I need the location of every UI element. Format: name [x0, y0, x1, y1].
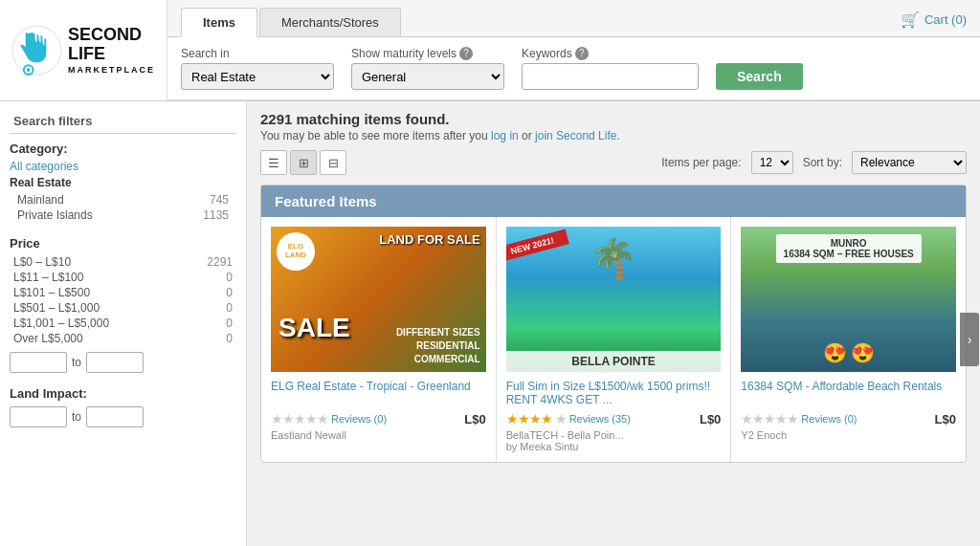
item-2-by: by Meeka Sintu	[506, 441, 722, 452]
elg-logo: ELGLAND	[285, 243, 306, 260]
subcategory-mainland-count: 745	[210, 193, 229, 207]
per-page-label: Items per page:	[661, 156, 741, 169]
tab-items[interactable]: Items	[181, 8, 257, 37]
land-impact-to-label: to	[72, 410, 81, 424]
search-in-group: Search in Real Estate All Categories App…	[181, 47, 334, 90]
featured-header: Featured Items	[261, 186, 966, 217]
subcategory-private-islands-label: Private Islands	[17, 208, 93, 222]
sort-label: Sort by:	[803, 156, 842, 169]
item-1-stars: ★★★★★ Reviews (0)	[271, 411, 387, 426]
per-page-select[interactable]: 12244896	[751, 151, 793, 174]
sort-select[interactable]: RelevancePrice: Low to HighPrice: High t…	[852, 151, 967, 174]
maturity-label: Show maturity levels ?	[351, 47, 504, 60]
subcategory-mainland-label: Mainland	[17, 193, 64, 207]
sale-sub-text: DIFFERENT SIZESRESIDENTIALCOMMERCIAL	[396, 327, 480, 364]
item-2-new-badge: NEW 2021!	[506, 229, 568, 263]
land-impact-to-input[interactable]	[86, 406, 144, 427]
category-filter: Category: All categories Real Estate Mai…	[10, 142, 236, 223]
join-link[interactable]: join Second Life	[535, 129, 616, 142]
logo-marketplace: MARKETPLACE	[68, 65, 155, 75]
search-filters-title: Search filters	[10, 109, 236, 134]
keywords-label: Keywords ?	[522, 47, 699, 60]
maturity-info-icon[interactable]: ?	[459, 47, 473, 60]
price-heading: Price	[10, 236, 236, 251]
price-range-5[interactable]: Over L$5,000 0	[10, 331, 236, 346]
price-from-input[interactable]	[10, 352, 67, 373]
item-1-reviews[interactable]: Reviews (0)	[331, 413, 387, 425]
land-for-sale-text: LAND FOR SALE	[379, 232, 479, 248]
results-note: You may be able to see more items after …	[260, 129, 967, 142]
item-1-price: L$0	[464, 412, 485, 426]
item-2-image[interactable]: 🌴 NEW 2021! BELLA POINTE	[506, 227, 722, 372]
logo-second-life: SECONDLIFE	[68, 26, 155, 64]
subcategory-private-islands-count: 1135	[203, 208, 229, 222]
maturity-group: Show maturity levels ? General Moderate …	[351, 47, 504, 90]
item-3-price: L$0	[935, 412, 956, 426]
price-range-3[interactable]: L$501 – L$1,000 0	[10, 300, 236, 316]
item-1-name[interactable]: ELG Real Estate - Tropical - Greenland	[271, 380, 486, 406]
view-list-button[interactable]: ☰	[260, 150, 287, 175]
keywords-group: Keywords ?	[522, 47, 699, 90]
svg-point-2	[27, 68, 31, 72]
all-categories-link[interactable]: All categories	[10, 160, 236, 173]
cart-icon: 🛒	[901, 11, 920, 29]
price-filter: Price L$0 – L$10 2291 L$11 – L$100 0 L$1…	[10, 236, 236, 373]
main-content: 2291 matching items found. You may be ab…	[247, 101, 980, 546]
search-in-select[interactable]: Real Estate All Categories Apparel	[181, 63, 334, 90]
item-3-reviews[interactable]: Reviews (0)	[801, 413, 857, 425]
featured-item-2: 🌴 NEW 2021! BELLA POINTE Full Sim in Siz…	[497, 217, 732, 462]
item-3-seller: Y2 Enoch	[741, 429, 956, 441]
category-selected: Real Estate	[10, 176, 236, 189]
item-2-stars: ★★★★★ Reviews (35)	[506, 411, 631, 426]
item-2-price: L$0	[700, 412, 721, 426]
sale-text: SALE	[278, 313, 350, 342]
land-impact-heading: Land Impact:	[10, 386, 236, 401]
featured-item-3: MUNRO16384 SQM – FREE HOUSES 😍 😍 16384 S…	[731, 217, 966, 462]
view-grid-button[interactable]: ⊞	[290, 150, 317, 175]
keywords-input[interactable]	[522, 63, 699, 90]
subcategory-private-islands[interactable]: Private Islands 1135	[10, 207, 236, 223]
munro-title: MUNRO16384 SQM – FREE HOUSES	[776, 234, 922, 263]
sl-logo-icon	[11, 25, 62, 76]
item-3-name[interactable]: 16384 SQM - Affordable Beach Rentals	[741, 380, 956, 406]
cart-label: Cart (0)	[924, 12, 967, 27]
land-impact-filter: Land Impact: to	[10, 386, 236, 427]
featured-item-1: ELGLAND LAND FOR SALE SALE DIFFERENT SIZ…	[261, 217, 497, 462]
featured-items-grid: ELGLAND LAND FOR SALE SALE DIFFERENT SIZ…	[261, 217, 966, 462]
cart-button[interactable]: 🛒 Cart (0)	[901, 11, 967, 36]
view-buttons: ☰ ⊞ ⊟	[260, 150, 346, 175]
item-3-emoji-1: 😍	[823, 341, 847, 364]
logo-area: SECONDLIFE MARKETPLACE	[0, 0, 167, 100]
price-to-label: to	[72, 356, 81, 369]
item-2-reviews[interactable]: Reviews (35)	[569, 413, 631, 425]
price-custom-range: to	[10, 352, 236, 373]
item-2-name[interactable]: Full Sim in Size L$1500/wk 1500 prims!! …	[506, 380, 722, 406]
results-toolbar: ☰ ⊞ ⊟ Items per page: 12244896 Sort by: …	[260, 150, 967, 175]
item-3-emoji-2: 😍	[851, 341, 875, 364]
price-range-0[interactable]: L$0 – L$10 2291	[10, 254, 236, 270]
item-1-image[interactable]: ELGLAND LAND FOR SALE SALE DIFFERENT SIZ…	[271, 227, 486, 372]
results-count: 2291 matching items found.	[260, 111, 967, 127]
price-to-input[interactable]	[86, 352, 144, 373]
search-in-label: Search in	[181, 47, 334, 60]
view-compact-button[interactable]: ⊟	[320, 150, 346, 175]
price-range-1[interactable]: L$11 – L$100 0	[10, 270, 236, 285]
featured-section: Featured Items ELGLAND LAND FOR SALE	[260, 185, 967, 463]
price-range-2[interactable]: L$101 – L$500 0	[10, 285, 236, 300]
subcategory-mainland[interactable]: Mainland 745	[10, 192, 236, 207]
item-3-image[interactable]: MUNRO16384 SQM – FREE HOUSES 😍 😍	[741, 227, 956, 372]
search-button[interactable]: Search	[716, 63, 803, 90]
land-impact-from-input[interactable]	[10, 406, 67, 427]
category-heading: Category:	[10, 142, 236, 156]
keywords-info-icon[interactable]: ?	[575, 47, 589, 60]
sidebar: Search filters Category: All categories …	[0, 101, 247, 546]
tab-merchants[interactable]: Merchants/Stores	[259, 8, 401, 36]
item-3-stars: ★★★★★ Reviews (0)	[741, 411, 857, 426]
item-1-seller: Eastland Newall	[271, 429, 486, 441]
per-page-sort: Items per page: 12244896 Sort by: Releva…	[661, 151, 967, 174]
maturity-select[interactable]: General Moderate Adult	[351, 63, 504, 90]
login-link[interactable]: log in	[491, 129, 519, 142]
item-2-seller: BellaTECH - Bella Poin...	[506, 429, 722, 441]
price-range-4[interactable]: L$1,001 – L$5,000 0	[10, 316, 236, 331]
next-arrow-button[interactable]: ›	[960, 313, 979, 366]
